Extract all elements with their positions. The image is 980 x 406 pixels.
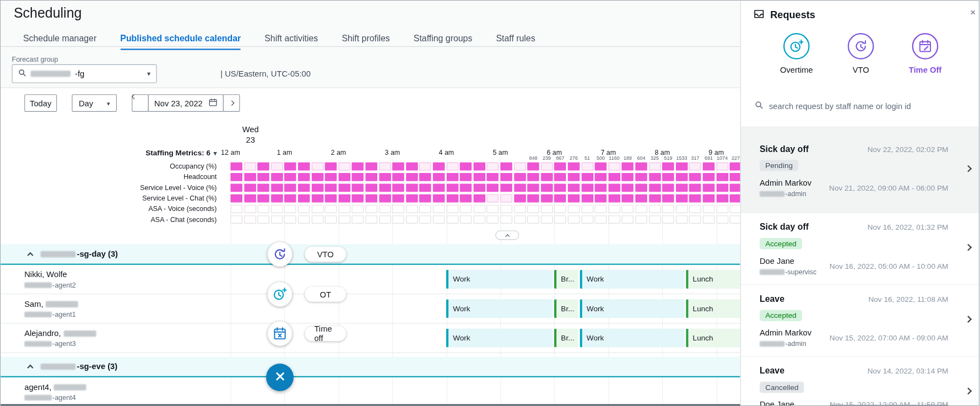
request-item[interactable]: Sick day offNov 22, 2022, 02:02 PMPendin…: [741, 127, 979, 213]
request-item-header: LeaveNov 16, 2022, 11:08 AM: [760, 294, 962, 304]
request-title: Sick day off: [760, 222, 809, 232]
staffing-group-header[interactable]: -sg-eve (3): [1, 357, 740, 377]
login-suffix: -admin: [785, 340, 806, 348]
inbox-tray-icon: [754, 8, 765, 22]
redacted-text: [760, 269, 784, 274]
agent-login: -agent3: [24, 340, 75, 348]
shift-break-segment[interactable]: Br...: [554, 299, 578, 318]
request-status-badge: Accepted: [760, 310, 802, 321]
search-icon: [755, 101, 764, 112]
request-title: Leave: [760, 365, 784, 375]
timeoff-fab-label[interactable]: Time off: [305, 326, 346, 341]
agent-login-suffix: -agent4: [52, 393, 75, 401]
request-status-badge: Accepted: [760, 238, 802, 249]
agent-name-text: Alejandro,: [24, 328, 61, 338]
collapse-metrics-button[interactable]: [495, 230, 519, 240]
request-time-range: Nov 15, 2022, 07:00 AM - 09:00 AM: [830, 333, 949, 342]
shift-lunch-segment[interactable]: Lunch: [686, 270, 740, 289]
shift-lunch-segment[interactable]: Lunch: [686, 328, 740, 347]
shift-work-segment[interactable]: Work: [446, 299, 553, 318]
request-status-badge: Cancelled: [760, 382, 804, 393]
shift-work-segment[interactable]: Work: [446, 328, 553, 347]
request-title: Leave: [760, 294, 784, 304]
shift-work-segment[interactable]: Work: [580, 270, 685, 289]
schedule-rows: -sg-day (3)Nikki, Wolfe-agent2WorkBr...W…: [1, 1, 740, 406]
redacted-text: [46, 301, 78, 307]
staffing-group-name: -sg-day (3): [41, 249, 118, 258]
agent-name-text: agent4,: [24, 382, 51, 392]
requests-panel-title: Requests: [770, 9, 815, 20]
shift-break-segment[interactable]: Br...: [554, 328, 578, 347]
redacted-text: [24, 341, 52, 347]
agent-login: -agent4: [24, 393, 75, 401]
ot-fab-button[interactable]: [267, 282, 292, 306]
vto-icon: [848, 33, 874, 59]
app-window: Scheduling Schedule manager Published sc…: [0, 0, 979, 406]
agent-login: -agent2: [24, 281, 75, 289]
requests-panel: Requests × OvertimeVTOTime Off search re…: [740, 1, 979, 406]
redacted-text: [760, 191, 784, 196]
chevron-up-icon: [505, 234, 510, 239]
request-search-input[interactable]: search request by staff name or login id: [755, 101, 911, 112]
agent-name: agent4,: [24, 382, 86, 392]
x-mark-icon: [274, 371, 285, 384]
agent-name: Alejandro,: [24, 328, 96, 338]
agent-name-text: Sam,: [24, 299, 43, 308]
request-item-details: Admin Markov-adminNov 15, 2022, 07:00 AM…: [760, 328, 962, 347]
login-suffix: -admin: [785, 190, 806, 198]
request-item[interactable]: LeaveNov 16, 2022, 11:08 AMAcceptedAdmin…: [741, 285, 979, 356]
request-submitted-date: Nov 14, 2022, 03:14 PM: [868, 367, 949, 376]
vto-fab-button[interactable]: [267, 242, 292, 267]
request-title: Sick day off: [760, 144, 809, 154]
shift-work-segment[interactable]: Work: [446, 270, 553, 289]
request-submitted-date: Nov 16, 2022, 11:08 AM: [868, 295, 948, 304]
scheduling-main: Scheduling Schedule manager Published sc…: [1, 1, 740, 406]
request-type-selector: OvertimeVTOTime Off: [741, 33, 979, 74]
request-type-timeoff[interactable]: Time Off: [903, 33, 947, 74]
shift-work-segment[interactable]: Work: [580, 299, 685, 318]
collapse-group-icon: [27, 364, 33, 370]
ot-fab-label[interactable]: OT: [305, 287, 346, 302]
requests-panel-header: Requests: [754, 8, 815, 22]
request-requester-name: Admin Markov: [760, 328, 811, 337]
request-item-details: Doe Jane-superviscNov 16, 2022, 05:00 AM…: [760, 256, 962, 275]
request-item[interactable]: LeaveNov 14, 2022, 03:14 PMCancelledDoe …: [741, 357, 979, 406]
redacted-text: [41, 363, 76, 369]
timeoff-icon: [912, 33, 939, 59]
request-item-header: Sick day offNov 22, 2022, 02:02 PM: [760, 144, 962, 154]
request-requester: Doe Jane-supervisc: [760, 256, 816, 275]
chevron-right-icon[interactable]: [965, 387, 972, 394]
request-type-overtime[interactable]: Overtime: [775, 33, 818, 74]
chevron-right-icon[interactable]: [965, 165, 972, 172]
request-status-badge: Pending: [760, 160, 798, 171]
agent-login-suffix: -agent2: [52, 281, 75, 289]
vto-fab-label[interactable]: VTO: [305, 247, 346, 262]
request-item[interactable]: Sick day offNov 16, 2022, 01:32 PMAccept…: [741, 213, 979, 285]
request-item-header: Sick day offNov 16, 2022, 01:32 PM: [760, 222, 962, 232]
request-type-vto[interactable]: VTO: [839, 33, 882, 74]
agent-row: Nikki, Wolfe-agent2WorkBr...WorkLunch: [1, 265, 740, 294]
shift-break-segment[interactable]: Br...: [554, 270, 578, 289]
agent-row: agent4,-agent4: [1, 377, 740, 406]
shift-lunch-segment[interactable]: Lunch: [686, 299, 740, 318]
request-type-label: Time Off: [909, 65, 942, 74]
agent-name-text: Nikki, Wolfe: [24, 270, 67, 279]
shift-work-segment[interactable]: Work: [580, 328, 685, 347]
chevron-right-icon[interactable]: [965, 244, 972, 251]
request-requester: Admin Markov-admin: [760, 328, 811, 347]
request-requester-name: Doe Jane: [760, 400, 794, 406]
request-requester-login: -admin: [760, 340, 811, 348]
close-panel-button[interactable]: ×: [970, 7, 976, 17]
overtime-icon: [783, 33, 810, 59]
request-type-label: VTO: [853, 65, 869, 74]
request-list: Sick day offNov 22, 2022, 02:02 PMPendin…: [741, 127, 979, 406]
close-fab-button[interactable]: [266, 364, 294, 391]
login-suffix: -supervisc: [785, 268, 816, 275]
agent-row: Sam,-agent1WorkBr...WorkLunch: [1, 294, 740, 323]
agent-login-suffix: -agent1: [52, 311, 75, 318]
chevron-right-icon[interactable]: [965, 316, 972, 323]
search-placeholder: search request by staff name or login id: [769, 101, 911, 111]
timeoff-fab-button[interactable]: [267, 321, 292, 346]
staffing-group-header[interactable]: -sg-day (3): [1, 244, 740, 264]
request-time-range: Nov 16, 2022, 05:00 AM - 10:00 AM: [830, 262, 949, 270]
